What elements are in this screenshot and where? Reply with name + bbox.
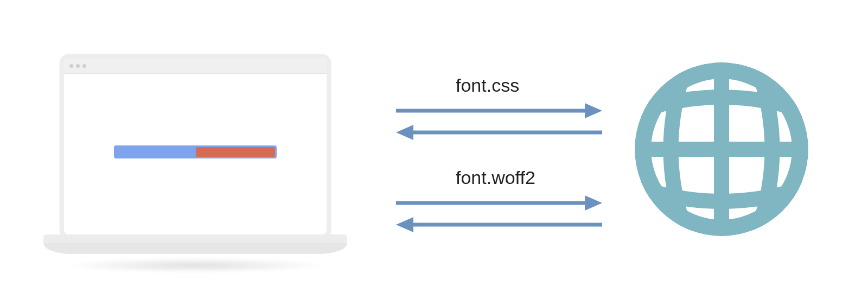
request-font-label: font.woff2 (456, 168, 602, 187)
browser-titlebar (64, 59, 327, 74)
svg-rect-11 (714, 62, 729, 236)
laptop-shadow (65, 258, 326, 273)
globe-icon (635, 62, 808, 236)
window-dot (82, 64, 86, 68)
laptop-screen (60, 54, 331, 239)
request-font: font.woff2 (396, 168, 602, 236)
laptop-base (43, 234, 347, 259)
window-dot (76, 64, 80, 68)
window-dot (69, 64, 73, 68)
svg-marker-5 (585, 195, 602, 211)
page-load-bar (114, 145, 277, 158)
svg-marker-3 (396, 125, 413, 140)
load-bar-remaining (196, 147, 275, 157)
arrow-pair-icon (396, 193, 602, 236)
request-css: font.css (396, 76, 602, 143)
svg-marker-7 (396, 217, 413, 232)
svg-marker-1 (585, 103, 602, 118)
request-css-label: font.css (456, 76, 602, 94)
arrow-pair-icon (396, 101, 602, 143)
client-device (43, 54, 347, 271)
